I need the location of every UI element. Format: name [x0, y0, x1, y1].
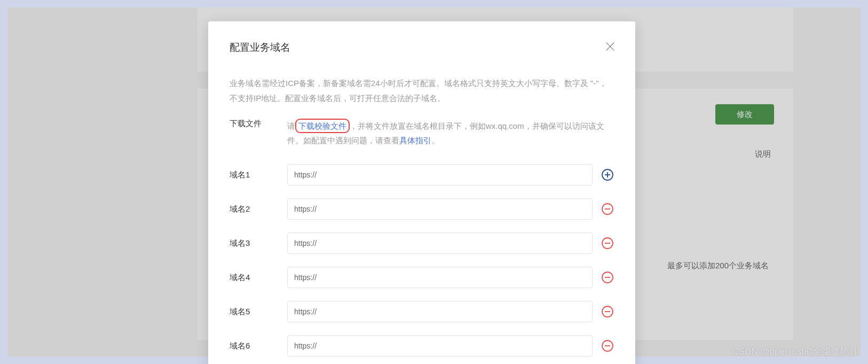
domain-label: 域名4: [230, 273, 287, 283]
domain-label: 域名6: [230, 341, 287, 351]
domain-row: 域名3: [230, 233, 614, 254]
domain-input-wrap: [287, 164, 614, 185]
domain-row: 域名4: [230, 267, 614, 288]
domain-input[interactable]: [287, 335, 593, 357]
modal-title: 配置业务域名: [230, 41, 614, 55]
domain-label: 域名1: [230, 170, 287, 180]
download-label: 下载文件: [230, 119, 287, 149]
domain-row: 域名5: [230, 301, 614, 322]
max-domain-note: 最多可以添加200个业务域名: [667, 261, 769, 271]
remove-domain-icon[interactable]: [601, 271, 614, 284]
domain-input-wrap: [287, 233, 614, 254]
download-verify-file-link[interactable]: 下载校验文件: [298, 121, 346, 130]
modal-description: 业务域名需经过ICP备案，新备案域名需24小时后才可配置。域名格式只支持英文大小…: [230, 76, 614, 106]
domain-input-wrap: [287, 198, 614, 220]
domain-row: 域名6: [230, 335, 614, 357]
domain-input-wrap: [287, 267, 614, 288]
add-domain-icon[interactable]: [601, 168, 614, 181]
guide-link[interactable]: 具体指引: [399, 136, 431, 145]
download-text: 请下载校验文件，并将文件放置在域名根目录下，例如wx.qq.com，并确保可以访…: [287, 119, 614, 149]
remove-domain-icon[interactable]: [601, 203, 614, 215]
domain-label: 域名3: [230, 238, 287, 249]
domain-input[interactable]: [287, 267, 593, 288]
domain-input[interactable]: [287, 301, 593, 322]
download-row: 下载文件 请下载校验文件，并将文件放置在域名根目录下，例如wx.qq.com，并…: [230, 119, 614, 149]
domain-input[interactable]: [287, 164, 593, 185]
config-domain-modal: 配置业务域名 业务域名需经过ICP备案，新备案域名需24小时后才可配置。域名格式…: [208, 21, 635, 364]
modify-button[interactable]: 修改: [715, 104, 774, 125]
desc-label: 说明: [755, 149, 771, 159]
domain-row: 域名2: [230, 198, 614, 220]
download-link-highlight: 下载校验文件: [295, 119, 350, 134]
domain-input-wrap: [287, 335, 614, 357]
domain-label: 域名2: [230, 204, 287, 214]
close-icon[interactable]: [604, 41, 616, 52]
domain-input[interactable]: [287, 233, 593, 254]
remove-domain-icon[interactable]: [601, 237, 614, 250]
domain-row: 域名1: [230, 164, 614, 185]
remove-domain-icon[interactable]: [601, 339, 614, 352]
domain-input-wrap: [287, 301, 614, 322]
domain-label: 域名5: [230, 307, 287, 317]
domain-input[interactable]: [287, 198, 593, 220]
remove-domain-icon[interactable]: [601, 305, 614, 318]
